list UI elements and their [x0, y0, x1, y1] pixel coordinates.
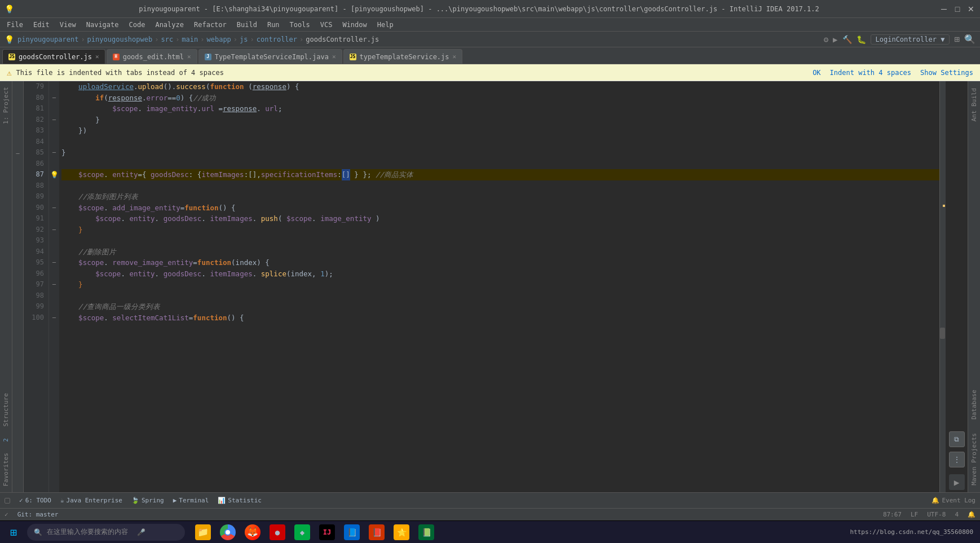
maximize-button[interactable]: □ — [953, 5, 962, 14]
database-panel[interactable]: Database — [969, 383, 979, 426]
gutter-96 — [49, 268, 59, 280]
hierarchy-icon[interactable]: ⚙ — [824, 35, 828, 44]
fold-80[interactable]: ─ — [52, 95, 56, 101]
status-bar: ✓ Git: master 87:67 LF UTF-8 4 🔔 — [0, 508, 980, 520]
taskbar-search[interactable]: 🔍 在这里输入你要搜索的内容 🎤 — [27, 524, 185, 541]
close-button[interactable]: ✕ — [966, 5, 975, 14]
run-dot — [5, 498, 10, 504]
tab-close-goods-edit[interactable]: ✕ — [187, 53, 191, 60]
fold-icon-85[interactable]: ─ — [16, 148, 19, 160]
gutter-94 — [49, 246, 59, 258]
taskbar-app-intellij[interactable]: IJ — [316, 522, 338, 542]
tab-typeTemplateService[interactable]: JS typeTemplateService.js ✕ — [343, 49, 463, 64]
scroll-track[interactable] — [939, 81, 945, 492]
menu-tools[interactable]: Tools — [285, 20, 315, 30]
right-vertical-panels: Ant Build Database Maven Projects — [968, 81, 980, 492]
breadcrumb-main[interactable]: main — [182, 36, 198, 43]
more-button[interactable]: ⋮ — [949, 452, 965, 467]
panel-structure[interactable]: Structure — [1, 387, 11, 432]
minimize-button[interactable]: ─ — [939, 5, 948, 14]
taskbar-url: https://blog.csdn.net/qq_35560800 — [850, 528, 973, 536]
taskbar-app-app8[interactable]: 📕 — [365, 522, 388, 542]
gutter-85: ─ — [49, 147, 59, 158]
menu-refactor[interactable]: Refactor — [189, 20, 231, 30]
title-bar: 💡 pinyougouparent - [E:\shanghai34\pinyo… — [0, 0, 980, 18]
notification-icon: 🔔 — [968, 511, 975, 518]
menu-analyze[interactable]: Analyze — [151, 20, 188, 30]
scroll-down-button[interactable]: ▶ — [949, 474, 965, 490]
gutter-87[interactable]: 💡 — [49, 169, 59, 180]
code-line-91: $scope. entity. goodsDesc. itemImages. p… — [61, 213, 939, 224]
breadcrumb-controller[interactable]: controller — [257, 36, 297, 43]
chrome-icon — [220, 524, 236, 540]
explorer-icon: 📁 — [195, 524, 211, 540]
event-log-button[interactable]: 🔔 Event Log — [932, 497, 975, 504]
tab-close-typeTemplateService[interactable]: ✕ — [453, 53, 457, 60]
taskbar-app-app4[interactable]: ● — [266, 522, 289, 542]
breadcrumb-js[interactable]: js — [240, 36, 248, 43]
terminal-tool[interactable]: ▶ Terminal — [173, 497, 209, 504]
taskbar-app-app5[interactable]: ◆ — [291, 522, 314, 542]
controller-selector[interactable]: LoginController ▼ — [871, 34, 950, 45]
menu-file[interactable]: File — [2, 20, 28, 30]
breadcrumb-src[interactable]: src — [161, 36, 173, 43]
gutter-100: ─ — [49, 312, 59, 324]
search-icon-taskbar: 🔍 — [34, 528, 42, 536]
panel-project[interactable]: 1: Project — [1, 81, 11, 130]
menu-view[interactable]: View — [55, 20, 81, 30]
layout-icon[interactable]: ⊞ — [954, 34, 960, 45]
tab-goodsController[interactable]: JS goodsController.js ✕ — [2, 49, 105, 64]
taskbar-app-app7[interactable]: 📘 — [341, 522, 363, 542]
statistic-tool[interactable]: 📊 Statistic — [218, 497, 262, 504]
tab-goods-edit[interactable]: H goods_edit.html ✕ — [107, 49, 197, 64]
ln-88: 88 — [24, 180, 44, 192]
search-icon[interactable]: 🔍 — [964, 34, 975, 45]
menu-vcs[interactable]: VCS — [316, 20, 337, 30]
todo-tool[interactable]: ✓ 6: TODO — [19, 497, 51, 504]
menu-edit[interactable]: Edit — [29, 20, 54, 30]
code-editor: 79 80 81 82 83 84 85 86 87 88 89 90 91 9… — [24, 81, 945, 492]
tab-close-goodsController[interactable]: ✕ — [95, 53, 99, 60]
taskbar-app-explorer[interactable]: 📁 — [192, 522, 214, 542]
menu-run[interactable]: Run — [263, 20, 284, 30]
menu-help[interactable]: Help — [373, 20, 398, 30]
scroll-thumb[interactable] — [940, 328, 945, 339]
warning-87[interactable]: 💡 — [50, 171, 59, 179]
panel-2[interactable]: 2 — [1, 432, 11, 448]
ln-97: 97 — [24, 279, 44, 290]
breadcrumb-webapp[interactable]: webapp — [207, 36, 231, 43]
menu-build[interactable]: Build — [232, 20, 262, 30]
maven-panel[interactable]: Maven Projects — [969, 426, 979, 492]
debug-icon[interactable]: 🐛 — [857, 35, 866, 44]
breadcrumb-root[interactable]: pinyougouparent — [17, 36, 78, 43]
breadcrumb-module[interactable]: pinyougoushopweb — [87, 36, 153, 43]
run-indicator[interactable] — [5, 498, 10, 504]
editor-area[interactable]: 79 80 81 82 83 84 85 86 87 88 89 90 91 9… — [24, 81, 945, 492]
menu-window[interactable]: Window — [338, 20, 371, 30]
build-icon[interactable]: 🔨 — [842, 35, 852, 44]
ant-build-panel[interactable]: Ant Build — [969, 81, 979, 129]
panel-favorites[interactable]: Favorites — [1, 447, 11, 492]
run-icon[interactable]: ▶ — [833, 35, 837, 44]
breadcrumb-file[interactable]: goodsController.js — [306, 36, 379, 43]
code-line-95: $scope. remove_image_entity=function(ind… — [61, 257, 939, 268]
copy-button[interactable]: ⧉ — [949, 431, 965, 447]
indent-button[interactable]: Indent with 4 spaces — [830, 69, 912, 77]
show-settings-button[interactable]: Show Settings — [920, 69, 973, 77]
indent-info: 4 — [955, 511, 959, 518]
spring-tool[interactable]: 🍃 Spring — [131, 497, 164, 504]
taskbar-app-app10[interactable]: 📗 — [415, 522, 438, 542]
taskbar-app-app9[interactable]: ⭐ — [390, 522, 413, 542]
code-line-96: $scope. entity. goodsDesc. itemImages. s… — [61, 268, 939, 280]
menu-navigate[interactable]: Navigate — [82, 20, 123, 30]
tab-close-TypeTemplateServiceImpl[interactable]: ✕ — [332, 53, 336, 60]
gutter-91 — [49, 213, 59, 224]
code-content[interactable]: uploadService.upload().success(function … — [59, 81, 939, 492]
taskbar-app-firefox[interactable]: 🦊 — [241, 522, 264, 542]
tab-TypeTemplateServiceImpl[interactable]: J TypeTemplateServiceImpl.java ✕ — [198, 49, 342, 64]
java-enterprise-tool[interactable]: ☕ Java Enterprise — [60, 497, 122, 504]
ok-button[interactable]: OK — [813, 69, 820, 77]
start-button[interactable]: ⊞ — [2, 522, 25, 542]
menu-code[interactable]: Code — [125, 20, 150, 30]
taskbar-app-chrome[interactable] — [217, 522, 239, 542]
